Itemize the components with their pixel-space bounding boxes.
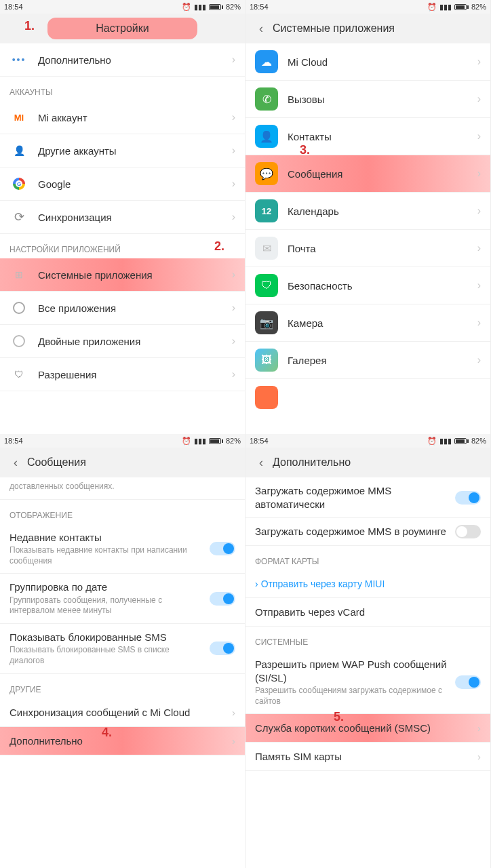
row-system-apps[interactable]: ⊞ Системные приложения ›	[0, 258, 245, 292]
row-calendar[interactable]: 12 Календарь ›	[246, 193, 490, 230]
toggle-recent[interactable]	[210, 542, 235, 555]
row-label: Отправить через карту MIUI	[261, 578, 385, 589]
toggle-mms-roaming[interactable]	[455, 525, 481, 538]
row-micloud[interactable]: ☁ Mi Cloud ›	[246, 43, 490, 81]
alarm-icon: ⏰	[182, 437, 191, 446]
chevron-right-icon: ›	[477, 93, 481, 105]
row-send-vcard[interactable]: Отправить через vCard	[246, 598, 490, 627]
chevron-right-icon: ›	[232, 111, 235, 123]
annotation-5: 5.	[334, 710, 344, 724]
row-label: Вызовы	[288, 94, 477, 105]
status-bar: 18:54 ⏰ ▮▮▮ 82%	[0, 0, 245, 14]
row-partial[interactable]	[246, 379, 490, 416]
chevron-right-icon: ›	[232, 178, 235, 190]
alarm-icon: ⏰	[182, 3, 191, 12]
row-contacts[interactable]: 👤 Контакты ›	[246, 118, 490, 155]
chevron-right-icon: ›	[477, 354, 481, 366]
row-label: Безопасность	[288, 280, 477, 292]
mail-icon: ✉	[255, 237, 278, 260]
gallery-icon: 🖼	[255, 349, 278, 372]
toggle-wap[interactable]	[455, 675, 481, 689]
back-button[interactable]: ‹	[254, 22, 269, 36]
header-additional: ‹ Дополнительно	[246, 448, 490, 477]
row-recent-contacts[interactable]: Недавние контакты Показывать недавние ко…	[0, 524, 245, 574]
chevron-right-icon: ›	[477, 167, 481, 180]
setting-subtitle: Разрешить сообщениям загружать содержимо…	[255, 686, 450, 707]
grid-icon: ⊞	[9, 265, 28, 284]
partial-icon	[255, 386, 278, 409]
row-camera[interactable]: 📷 Камера ›	[246, 304, 490, 342]
row-label: Календарь	[288, 205, 477, 217]
row-label: Google	[38, 178, 232, 190]
chevron-right-icon: ›	[477, 751, 481, 762]
status-time: 18:54	[4, 3, 23, 11]
row-other-accounts[interactable]: 👤 Другие аккаунты ›	[0, 134, 245, 167]
battery-percent: 82%	[226, 3, 241, 11]
row-mi-account[interactable]: MI Mi аккаунт ›	[0, 101, 245, 134]
battery-percent: 82%	[226, 437, 241, 445]
back-button[interactable]: ‹	[8, 456, 23, 470]
chevron-right-icon: ›	[232, 335, 235, 347]
row-label: Другие аккаунты	[38, 145, 232, 157]
battery-icon	[209, 438, 223, 444]
row-all-apps[interactable]: Все приложения ›	[0, 292, 245, 325]
row-label: Галерея	[288, 355, 477, 366]
row-mail[interactable]: ✉ Почта ›	[246, 230, 490, 267]
annotation-3: 3.	[300, 143, 310, 157]
row-sync[interactable]: ⟳ Синхронизация ›	[0, 201, 245, 234]
row-label: Синхронизация	[38, 212, 232, 223]
row-blocked-sms[interactable]: Показывать блокированные SMS Показывать …	[0, 624, 245, 674]
status-time: 18:54	[4, 437, 23, 445]
row-calls[interactable]: ✆ Вызовы ›	[246, 81, 490, 118]
section-accounts: АККАУНТЫ	[0, 77, 245, 101]
toggle-group[interactable]	[210, 592, 235, 606]
toggle-blocked[interactable]	[210, 642, 235, 655]
header-title: Сообщения	[27, 456, 86, 469]
row-group-date[interactable]: Группировка по дате Группировать сообщен…	[0, 574, 245, 624]
battery-percent: 82%	[471, 3, 486, 11]
chevron-right-icon: ›	[232, 302, 235, 314]
status-bar: 18:54 ⏰ ▮▮▮ 82%	[246, 0, 490, 14]
setting-title: Группировка по дате	[9, 580, 204, 594]
row-sim-memory[interactable]: Память SIM карты ›	[246, 743, 490, 771]
back-button[interactable]: ‹	[254, 456, 269, 470]
battery-icon	[454, 4, 469, 10]
section-display: ОТОБРАЖЕНИЕ	[0, 500, 245, 524]
chevron-right-icon: ›	[477, 242, 481, 254]
row-wap-push[interactable]: Разрешить прием WAP Push сообщений (SI/S…	[246, 651, 490, 714]
row-label: Сообщения	[288, 168, 477, 180]
toggle-mms-auto[interactable]	[455, 491, 481, 505]
battery-icon	[209, 4, 223, 10]
row-messages[interactable]: 💬 Сообщения ›	[246, 155, 490, 193]
row-mms-roaming[interactable]: Загружать содержимое MMS в роуминге	[246, 518, 490, 546]
row-dual-apps[interactable]: Двойные приложения ›	[0, 325, 245, 358]
row-mms-auto[interactable]: Загружать содержимое MMS автоматически	[246, 477, 490, 518]
chevron-right-icon: ›	[477, 205, 481, 217]
dots-icon: •••	[9, 50, 28, 69]
shield-icon: 🛡	[9, 365, 28, 384]
cloud-icon: ☁	[255, 50, 278, 73]
setting-subtitle: Показывать блокированные SMS в списке ди…	[9, 645, 204, 666]
row-gallery[interactable]: 🖼 Галерея ›	[246, 342, 490, 379]
row-more[interactable]: ••• Дополнительно ›	[0, 43, 245, 77]
row-label: Mi аккаунт	[38, 112, 232, 123]
battery-percent: 82%	[471, 437, 486, 445]
row-send-miui[interactable]: ›Отправить через карту MIUI	[246, 570, 490, 598]
section-app-settings: НАСТРОЙКИ ПРИЛОЖЕНИЙ 2.	[0, 234, 245, 258]
row-permissions[interactable]: 🛡 Разрешения ›	[0, 358, 245, 391]
status-time: 18:54	[250, 3, 269, 11]
row-google[interactable]: G Google ›	[0, 167, 245, 201]
chevron-right-icon: ›	[232, 54, 235, 66]
row-label: Почта	[288, 243, 477, 254]
sync-icon: ⟳	[9, 208, 28, 226]
google-icon: G	[9, 174, 28, 193]
row-smsc[interactable]: Служба коротких сообщений (SMSC) ›	[246, 714, 490, 743]
panel-messages-settings: 18:54 ⏰ ▮▮▮ 82% ‹ Сообщения доставленных…	[0, 434, 246, 868]
row-sync-micloud[interactable]: Синхронизация сообщений с Mi Cloud ›	[0, 698, 245, 727]
row-security[interactable]: 🛡 Безопасность ›	[246, 267, 490, 304]
message-icon: 💬	[255, 162, 278, 185]
row-additional[interactable]: Дополнительно ›	[0, 727, 245, 755]
header-title: Системные приложения	[273, 22, 395, 35]
partial-subtitle: доставленных сообщениях.	[0, 479, 245, 500]
header-messages: ‹ Сообщения	[0, 448, 245, 477]
